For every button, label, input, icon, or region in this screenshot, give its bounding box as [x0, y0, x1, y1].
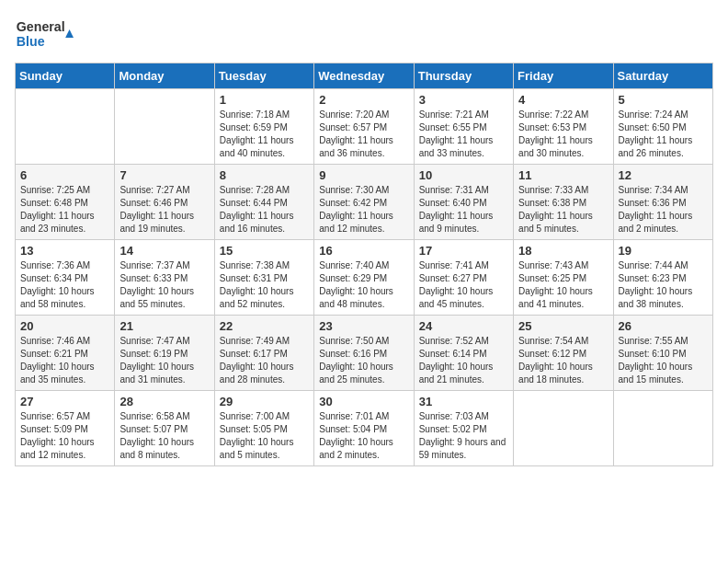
calendar-cell: 11Sunrise: 7:33 AM Sunset: 6:38 PM Dayli…: [514, 165, 613, 240]
day-number: 5: [619, 93, 708, 107]
day-number: 26: [619, 319, 708, 333]
page-header: General Blue: [15, 15, 713, 52]
day-info: Sunrise: 7:01 AM Sunset: 5:04 PM Dayligh…: [319, 410, 408, 462]
weekday-header: Saturday: [613, 63, 712, 89]
weekday-header: Monday: [115, 63, 214, 89]
day-number: 6: [20, 168, 109, 182]
day-number: 10: [419, 168, 508, 182]
day-number: 20: [20, 319, 109, 333]
day-info: Sunrise: 7:40 AM Sunset: 6:29 PM Dayligh…: [319, 259, 408, 311]
calendar-cell: 15Sunrise: 7:38 AM Sunset: 6:31 PM Dayli…: [214, 240, 313, 316]
calendar-cell: 13Sunrise: 7:36 AM Sunset: 6:34 PM Dayli…: [16, 240, 115, 316]
calendar-week-row: 27Sunrise: 6:57 AM Sunset: 5:09 PM Dayli…: [16, 391, 713, 466]
day-number: 27: [20, 395, 109, 408]
calendar-cell: 25Sunrise: 7:54 AM Sunset: 6:12 PM Dayli…: [514, 316, 613, 391]
calendar-cell: 2Sunrise: 7:20 AM Sunset: 6:57 PM Daylig…: [314, 89, 414, 165]
calendar-cell: 31Sunrise: 7:03 AM Sunset: 5:02 PM Dayli…: [414, 391, 513, 466]
day-info: Sunrise: 7:30 AM Sunset: 6:42 PM Dayligh…: [319, 184, 408, 236]
day-info: Sunrise: 7:22 AM Sunset: 6:53 PM Dayligh…: [518, 109, 608, 160]
day-info: Sunrise: 7:47 AM Sunset: 6:19 PM Dayligh…: [119, 335, 209, 386]
calendar-cell: 17Sunrise: 7:41 AM Sunset: 6:27 PM Dayli…: [414, 240, 513, 316]
day-info: Sunrise: 7:28 AM Sunset: 6:44 PM Dayligh…: [220, 184, 309, 236]
calendar-cell: 22Sunrise: 7:49 AM Sunset: 6:17 PM Dayli…: [214, 316, 313, 391]
svg-marker-2: [65, 29, 74, 38]
weekday-header: Wednesday: [314, 63, 414, 89]
calendar-cell: 29Sunrise: 7:00 AM Sunset: 5:05 PM Dayli…: [214, 391, 313, 466]
calendar-cell: 7Sunrise: 7:27 AM Sunset: 6:46 PM Daylig…: [115, 165, 214, 240]
day-number: 21: [119, 319, 209, 333]
day-info: Sunrise: 7:00 AM Sunset: 5:05 PM Dayligh…: [220, 410, 309, 462]
day-number: 2: [319, 93, 408, 107]
calendar-cell: 5Sunrise: 7:24 AM Sunset: 6:50 PM Daylig…: [613, 89, 712, 165]
calendar-cell: 23Sunrise: 7:50 AM Sunset: 6:16 PM Dayli…: [314, 316, 414, 391]
calendar-cell: 12Sunrise: 7:34 AM Sunset: 6:36 PM Dayli…: [613, 165, 712, 240]
calendar-cell: 6Sunrise: 7:25 AM Sunset: 6:48 PM Daylig…: [16, 165, 115, 240]
weekday-header: Tuesday: [214, 63, 313, 89]
day-info: Sunrise: 7:33 AM Sunset: 6:38 PM Dayligh…: [518, 184, 608, 236]
calendar-cell: [613, 391, 712, 466]
day-number: 11: [518, 168, 608, 182]
day-info: Sunrise: 7:41 AM Sunset: 6:27 PM Dayligh…: [419, 259, 508, 311]
calendar-week-row: 20Sunrise: 7:46 AM Sunset: 6:21 PM Dayli…: [16, 316, 713, 391]
day-info: Sunrise: 6:57 AM Sunset: 5:09 PM Dayligh…: [20, 410, 109, 462]
day-number: 13: [20, 244, 109, 258]
day-info: Sunrise: 7:55 AM Sunset: 6:10 PM Dayligh…: [619, 335, 708, 386]
day-info: Sunrise: 7:21 AM Sunset: 6:55 PM Dayligh…: [419, 109, 508, 160]
calendar-cell: 1Sunrise: 7:18 AM Sunset: 6:59 PM Daylig…: [214, 89, 313, 165]
calendar-cell: 27Sunrise: 6:57 AM Sunset: 5:09 PM Dayli…: [16, 391, 115, 466]
calendar-cell: 16Sunrise: 7:40 AM Sunset: 6:29 PM Dayli…: [314, 240, 414, 316]
calendar-cell: 9Sunrise: 7:30 AM Sunset: 6:42 PM Daylig…: [314, 165, 414, 240]
weekday-header-row: SundayMondayTuesdayWednesdayThursdayFrid…: [16, 63, 713, 89]
day-info: Sunrise: 7:44 AM Sunset: 6:23 PM Dayligh…: [619, 259, 708, 311]
calendar-cell: 28Sunrise: 6:58 AM Sunset: 5:07 PM Dayli…: [115, 391, 214, 466]
calendar-cell: [16, 89, 115, 165]
calendar-week-row: 1Sunrise: 7:18 AM Sunset: 6:59 PM Daylig…: [16, 89, 713, 165]
day-number: 8: [220, 168, 309, 182]
day-info: Sunrise: 7:43 AM Sunset: 6:25 PM Dayligh…: [518, 259, 608, 311]
day-info: Sunrise: 7:31 AM Sunset: 6:40 PM Dayligh…: [419, 184, 508, 236]
day-number: 18: [518, 244, 608, 258]
day-number: 25: [518, 319, 608, 333]
calendar-cell: 26Sunrise: 7:55 AM Sunset: 6:10 PM Dayli…: [613, 316, 712, 391]
calendar-cell: 24Sunrise: 7:52 AM Sunset: 6:14 PM Dayli…: [414, 316, 513, 391]
calendar-cell: [115, 89, 214, 165]
day-number: 15: [220, 244, 309, 258]
day-info: Sunrise: 7:24 AM Sunset: 6:50 PM Dayligh…: [619, 109, 708, 160]
weekday-header: Thursday: [414, 63, 513, 89]
day-info: Sunrise: 7:54 AM Sunset: 6:12 PM Dayligh…: [518, 335, 608, 386]
day-number: 3: [419, 93, 508, 107]
calendar-cell: 18Sunrise: 7:43 AM Sunset: 6:25 PM Dayli…: [514, 240, 613, 316]
day-info: Sunrise: 7:37 AM Sunset: 6:33 PM Dayligh…: [119, 259, 209, 311]
day-number: 4: [518, 93, 608, 107]
day-info: Sunrise: 7:36 AM Sunset: 6:34 PM Dayligh…: [20, 259, 109, 311]
day-info: Sunrise: 7:50 AM Sunset: 6:16 PM Dayligh…: [319, 335, 408, 386]
day-number: 7: [119, 168, 209, 182]
day-info: Sunrise: 7:34 AM Sunset: 6:36 PM Dayligh…: [619, 184, 708, 236]
day-number: 17: [419, 244, 508, 258]
day-number: 12: [619, 168, 708, 182]
calendar-cell: 14Sunrise: 7:37 AM Sunset: 6:33 PM Dayli…: [115, 240, 214, 316]
day-info: Sunrise: 7:52 AM Sunset: 6:14 PM Dayligh…: [419, 335, 508, 386]
day-info: Sunrise: 6:58 AM Sunset: 5:07 PM Dayligh…: [119, 410, 209, 462]
day-number: 9: [319, 168, 408, 182]
svg-text:Blue: Blue: [17, 34, 45, 49]
calendar-cell: 10Sunrise: 7:31 AM Sunset: 6:40 PM Dayli…: [414, 165, 513, 240]
day-number: 30: [319, 395, 408, 408]
day-number: 31: [419, 395, 508, 408]
weekday-header: Sunday: [16, 63, 115, 89]
calendar-cell: 4Sunrise: 7:22 AM Sunset: 6:53 PM Daylig…: [514, 89, 613, 165]
calendar-cell: 19Sunrise: 7:44 AM Sunset: 6:23 PM Dayli…: [613, 240, 712, 316]
weekday-header: Friday: [514, 63, 613, 89]
logo: General Blue: [15, 15, 88, 52]
day-number: 23: [319, 319, 408, 333]
calendar-cell: 20Sunrise: 7:46 AM Sunset: 6:21 PM Dayli…: [16, 316, 115, 391]
calendar-cell: [514, 391, 613, 466]
day-info: Sunrise: 7:27 AM Sunset: 6:46 PM Dayligh…: [119, 184, 209, 236]
day-number: 22: [220, 319, 309, 333]
day-info: Sunrise: 7:18 AM Sunset: 6:59 PM Dayligh…: [220, 109, 309, 160]
calendar-cell: 30Sunrise: 7:01 AM Sunset: 5:04 PM Dayli…: [314, 391, 414, 466]
day-number: 19: [619, 244, 708, 258]
calendar-cell: 21Sunrise: 7:47 AM Sunset: 6:19 PM Dayli…: [115, 316, 214, 391]
day-info: Sunrise: 7:03 AM Sunset: 5:02 PM Dayligh…: [419, 410, 508, 462]
day-info: Sunrise: 7:38 AM Sunset: 6:31 PM Dayligh…: [220, 259, 309, 311]
